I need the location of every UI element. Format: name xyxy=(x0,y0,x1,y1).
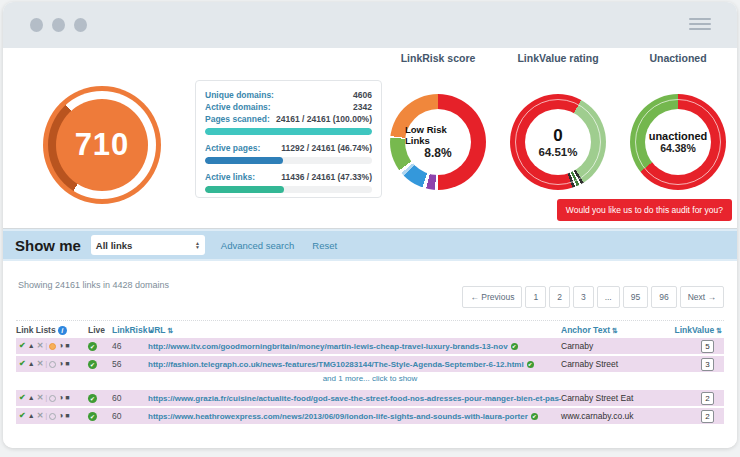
window-dot-icon[interactable] xyxy=(30,18,43,32)
square-icon[interactable]: ■ xyxy=(65,394,69,402)
half-circle-icon[interactable]: ◑ xyxy=(58,394,63,402)
keep-icon[interactable]: ✔ xyxy=(19,342,26,350)
link-url[interactable]: http://www.itv.com/goodmorningbritain/mo… xyxy=(148,342,561,351)
anchor-text: Carnaby xyxy=(561,341,687,351)
table-row: ✔ ▲ ✕ | ◑ ■ ✔ 46 http://www.itv.com/good… xyxy=(16,338,724,354)
sort-icon: ⇅ xyxy=(167,327,173,334)
hamburger-menu-icon[interactable] xyxy=(689,18,711,30)
lightbulb-icon[interactable] xyxy=(49,395,56,402)
header-linkvalue-sort[interactable]: LinkValue⇅ xyxy=(674,325,722,335)
linkrisk-score-gauge: 710 xyxy=(43,86,161,204)
dashboard-content: 710 Unique domains: 4606 Active domains:… xyxy=(3,48,737,448)
header-link-lists: Link Listsi xyxy=(16,325,88,335)
square-icon[interactable]: ■ xyxy=(65,412,69,420)
table-row: ✔ ▲ ✕ | ◑ ■ ✔ 56 http://fashion.telegrap… xyxy=(16,356,724,372)
gauge-score: 710 xyxy=(75,127,130,163)
donut-center: unactioned 64.38% xyxy=(645,109,711,175)
divider: | xyxy=(45,412,47,420)
stat-row: Active pages: 11292 / 24161 (46.74%) xyxy=(205,142,372,154)
window-controls xyxy=(30,18,87,32)
linkrisk-value: 60 xyxy=(112,411,148,421)
reset-link[interactable]: Reset xyxy=(312,240,337,251)
pagination-page-96[interactable]: 96 xyxy=(651,286,676,308)
warning-icon[interactable]: ▲ xyxy=(28,342,35,350)
stat-row: Active links: 11436 / 24161 (47.33%) xyxy=(205,171,372,183)
keep-icon[interactable]: ✔ xyxy=(19,394,26,402)
expand-links-row[interactable]: and 1 more... click to show xyxy=(16,374,724,388)
url-status-icon: ✔ xyxy=(511,343,518,350)
linkvalue-badge: 2 xyxy=(701,410,714,423)
progress-bar xyxy=(205,157,372,164)
audit-cta-button[interactable]: Would you like us to do this audit for y… xyxy=(557,199,732,221)
window-dot-icon[interactable] xyxy=(52,18,65,32)
half-circle-icon[interactable]: ◑ xyxy=(58,360,63,368)
donut-title-linkvalue: LinkValue rating xyxy=(488,52,628,64)
selected-filter-value: All links xyxy=(96,240,195,251)
linkvalue-badge: 3 xyxy=(701,358,714,371)
header-live: Live xyxy=(88,325,112,335)
stat-row: Active domains: 2342 xyxy=(205,101,372,113)
square-icon[interactable]: ■ xyxy=(65,342,69,350)
link-lists-actions: ✔ ▲ ✕ | ◑ ■ xyxy=(16,342,88,350)
anchor-text: www.carnaby.co.uk xyxy=(561,411,687,421)
donut-center-label: Low Risk Links xyxy=(405,124,471,146)
pagination-page-95[interactable]: 95 xyxy=(623,286,648,308)
link-url[interactable]: https://www.heathrowexpress.com/news/201… xyxy=(148,412,561,421)
pagination-prev[interactable]: ← Previous xyxy=(462,286,522,308)
live-status-icon: ✔ xyxy=(88,394,97,403)
pagination-page-1[interactable]: 1 xyxy=(525,286,546,308)
lightbulb-icon[interactable] xyxy=(49,343,56,350)
window-dot-icon[interactable] xyxy=(74,18,87,32)
square-icon[interactable]: ■ xyxy=(65,360,69,368)
linkvalue-badge: 5 xyxy=(701,340,714,353)
half-circle-icon[interactable]: ◑ xyxy=(58,412,63,420)
donut-center: Low Risk Links 8.8% xyxy=(405,109,471,175)
warning-icon[interactable]: ▲ xyxy=(28,360,35,368)
sort-icon: ⇅ xyxy=(716,327,722,334)
stat-value: 11292 / 24161 (46.74%) xyxy=(281,142,372,154)
select-arrows-icon: ▲▼ xyxy=(195,241,200,249)
stat-label: Pages scanned: xyxy=(205,113,270,125)
remove-icon[interactable]: ✕ xyxy=(37,394,44,402)
stat-row: Unique domains: 4606 xyxy=(205,89,372,101)
divider: | xyxy=(45,394,47,402)
gauge-inner-disc: 710 xyxy=(56,99,148,191)
keep-icon[interactable]: ✔ xyxy=(19,412,26,420)
show-me-label: Show me xyxy=(15,237,81,254)
table-row: ✔ ▲ ✕ | ◑ ■ ✔ 60 https://www.grazia.fr/c… xyxy=(16,390,724,406)
lightbulb-icon[interactable] xyxy=(49,361,56,368)
pagination: ← Previous 1 2 3 ... 95 96 Next → xyxy=(459,286,724,308)
pagination-page-2[interactable]: 2 xyxy=(549,286,570,308)
pagination-page-3[interactable]: 3 xyxy=(573,286,594,308)
half-circle-icon[interactable]: ◑ xyxy=(58,342,63,350)
keep-icon[interactable]: ✔ xyxy=(19,360,26,368)
url-status-icon: ✔ xyxy=(531,413,538,420)
app-window: 710 Unique domains: 4606 Active domains:… xyxy=(3,2,737,448)
donut-center-value: 64.38% xyxy=(660,142,696,154)
remove-icon[interactable]: ✕ xyxy=(37,360,44,368)
links-table: Link Listsi Live LinkRisk▴ URL⇅ Anchor T… xyxy=(16,320,724,426)
stat-value: 24161 / 24161 (100.00%) xyxy=(276,113,372,125)
remove-icon[interactable]: ✕ xyxy=(37,412,44,420)
header-anchor-sort[interactable]: Anchor Text⇅ xyxy=(561,325,687,335)
divider: | xyxy=(45,342,47,350)
link-url[interactable]: http://fashion.telegraph.co.uk/news-feat… xyxy=(148,360,561,369)
warning-icon[interactable]: ▲ xyxy=(28,394,35,402)
links-filter-select[interactable]: All links ▲▼ xyxy=(91,235,205,255)
info-icon[interactable]: i xyxy=(58,326,67,335)
url-status-icon: ✔ xyxy=(527,361,534,368)
warning-icon[interactable]: ▲ xyxy=(28,412,35,420)
link-lists-actions: ✔ ▲ ✕ | ◑ ■ xyxy=(16,412,88,420)
pagination-next[interactable]: Next → xyxy=(680,286,724,308)
header-url-sort[interactable]: URL⇅ xyxy=(148,325,561,335)
donut-center-label: 0 xyxy=(553,126,562,146)
header-linkrisk-sort[interactable]: LinkRisk▴ xyxy=(112,325,148,335)
window-titlebar xyxy=(3,2,737,48)
unactioned-donut-chart: unactioned 64.38% xyxy=(630,94,726,190)
lightbulb-icon[interactable] xyxy=(49,413,56,420)
stats-panel: Unique domains: 4606 Active domains: 234… xyxy=(195,80,382,198)
stat-value: 4606 xyxy=(353,89,372,101)
advanced-search-link[interactable]: Advanced search xyxy=(221,240,294,251)
remove-icon[interactable]: ✕ xyxy=(37,342,44,350)
link-url[interactable]: https://www.grazia.fr/cuisine/actualite-… xyxy=(148,394,561,403)
